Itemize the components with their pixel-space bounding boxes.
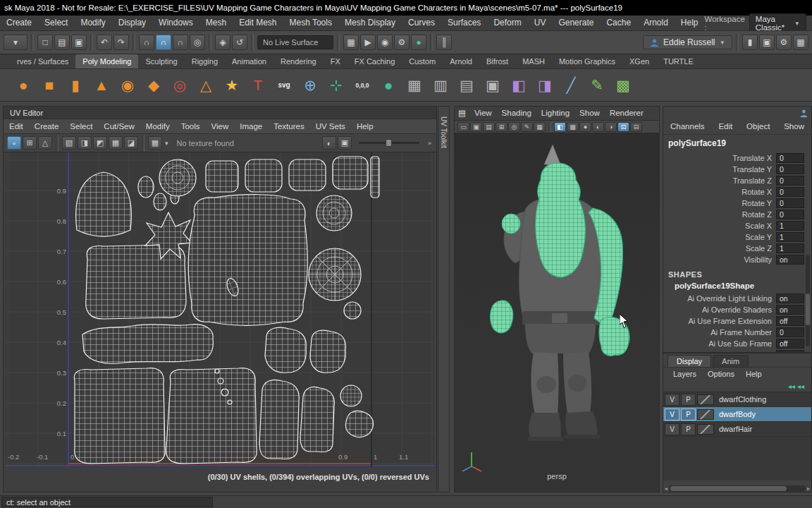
shelf-tab-turtle[interactable]: TURTLE bbox=[656, 54, 701, 68]
poly-torus-icon[interactable]: ◉ bbox=[116, 73, 140, 98]
texture-filter-dropdown[interactable]: ▦ bbox=[148, 136, 162, 150]
help-menu[interactable]: Help bbox=[742, 367, 766, 382]
uv-menu-tools[interactable]: Tools bbox=[176, 119, 206, 134]
cb-menu-show[interactable]: Show bbox=[784, 119, 804, 134]
move-layer-up-icon[interactable]: ◂◂ bbox=[788, 382, 795, 390]
snap-to-point-icon[interactable]: ∩ bbox=[173, 35, 188, 50]
poly-sphere-icon[interactable]: ● bbox=[11, 73, 35, 98]
shelf-tab-sculpting[interactable]: Sculpting bbox=[138, 54, 184, 68]
render-view-icon[interactable]: ▦ bbox=[343, 35, 359, 50]
poly-cube-icon[interactable]: ■ bbox=[37, 73, 61, 98]
layer-playback-toggle[interactable]: P bbox=[681, 409, 696, 421]
construction-history-icon[interactable]: ↺ bbox=[232, 35, 247, 50]
selection-mask-dropdown[interactable]: ▾ bbox=[4, 35, 27, 50]
poly-stack-icon[interactable]: ▤ bbox=[455, 73, 479, 98]
camera-select-icon[interactable]: ▭ bbox=[457, 122, 469, 132]
undo-icon[interactable]: ↶ bbox=[97, 35, 112, 50]
quad-draw-icon[interactable]: ✎ bbox=[585, 73, 609, 98]
toolbar-separator[interactable] bbox=[90, 34, 93, 51]
shelf-tab-mash[interactable]: MASH bbox=[515, 54, 552, 68]
cb-menu-channels[interactable]: Channels bbox=[670, 119, 705, 134]
layer-name[interactable]: dwarfBody bbox=[715, 410, 756, 418]
attr-value-field[interactable]: on bbox=[776, 255, 804, 265]
safe-action-icon[interactable]: ◐ bbox=[592, 122, 604, 132]
menu-help[interactable]: Help bbox=[675, 16, 705, 30]
menu-edit-mesh[interactable]: Edit Mesh bbox=[233, 16, 283, 30]
shelf-tab-rigging[interactable]: Rigging bbox=[185, 54, 225, 68]
pause-icon[interactable]: ║ bbox=[436, 35, 452, 50]
gate-mask-icon[interactable]: ● bbox=[579, 122, 591, 132]
film-gate-icon[interactable]: ◧ bbox=[554, 122, 566, 132]
viewport-3d-view[interactable]: persp bbox=[455, 133, 659, 492]
layer-color-swatch[interactable] bbox=[697, 394, 714, 405]
shelf-tab-poly-modeling[interactable]: Poly Modeling bbox=[75, 54, 138, 68]
super-shape-icon[interactable]: ★ bbox=[220, 73, 244, 98]
uv-grid-snap-icon[interactable]: ⊞ bbox=[23, 136, 37, 150]
scrollbar-handle[interactable] bbox=[806, 294, 810, 325]
attr-value-field[interactable]: off bbox=[776, 339, 804, 349]
shelf-tab-custom[interactable]: Custom bbox=[402, 54, 443, 68]
toolbar-separator[interactable] bbox=[736, 34, 739, 51]
uv-menu-view[interactable]: View bbox=[206, 119, 235, 134]
user-account-button[interactable]: Eddie Russell ▾ bbox=[643, 35, 732, 49]
ipr-render-icon[interactable]: ◉ bbox=[377, 35, 393, 50]
smooth-sphere-icon[interactable]: ● bbox=[376, 73, 400, 98]
tab-anim[interactable]: Anim bbox=[713, 355, 749, 367]
bookmark-icon[interactable]: ▤ bbox=[483, 122, 495, 132]
menu-uv[interactable]: UV bbox=[528, 16, 553, 30]
slider-handle[interactable] bbox=[386, 139, 392, 147]
uv-isolate-icon[interactable]: ◐ bbox=[322, 136, 336, 150]
uv-menu-help[interactable]: Help bbox=[351, 119, 379, 134]
attr-value-field[interactable]: off bbox=[776, 316, 804, 326]
launch-lookdev-icon[interactable]: ● bbox=[411, 35, 426, 50]
uv-menu-uv-sets[interactable]: UV Sets bbox=[310, 119, 351, 134]
toolbar-separator[interactable] bbox=[142, 135, 144, 152]
image-dim-slider[interactable] bbox=[359, 142, 419, 144]
scrollbar-handle[interactable] bbox=[670, 486, 787, 491]
attr-value-field[interactable]: 1 bbox=[776, 221, 804, 231]
open-scene-icon[interactable]: ▤ bbox=[54, 35, 70, 50]
attr-value-field[interactable]: 0 bbox=[776, 176, 804, 186]
shelf-tab-arnold[interactable]: Arnold bbox=[443, 54, 479, 68]
panel-more-icon[interactable]: » bbox=[426, 140, 433, 147]
toolbar-separator[interactable] bbox=[548, 122, 551, 132]
cb-menu-object[interactable]: Object bbox=[746, 119, 770, 134]
attr-value-field[interactable]: 0 bbox=[776, 187, 804, 197]
menu-windows[interactable]: Windows bbox=[152, 16, 199, 30]
platonic-solid-icon[interactable]: △ bbox=[194, 73, 218, 98]
smooth-mesh-icon[interactable]: ▩ bbox=[611, 73, 635, 98]
menu-curves[interactable]: Curves bbox=[402, 16, 441, 30]
vp-menu-shading[interactable]: Shading bbox=[497, 106, 536, 121]
type-tool-icon[interactable]: T bbox=[246, 73, 270, 98]
menu-arnold[interactable]: Arnold bbox=[637, 16, 675, 30]
uv-menu-select[interactable]: Select bbox=[64, 119, 98, 134]
poly-cone-icon[interactable]: ▲ bbox=[90, 73, 113, 98]
layer-name[interactable]: dwarfHair bbox=[715, 425, 752, 433]
menu-surfaces[interactable]: Surfaces bbox=[441, 16, 487, 30]
toolbar-separator[interactable] bbox=[133, 34, 135, 51]
resolution-gate-icon[interactable]: ▩ bbox=[567, 122, 579, 132]
attr-value-field[interactable]: 0 bbox=[776, 198, 804, 208]
shelf-tab-fx-caching[interactable]: FX Caching bbox=[347, 54, 402, 68]
shelf-tab-curves-surfaces[interactable]: rves / Surfaces bbox=[10, 54, 75, 68]
uv-border-display-icon[interactable]: ◨ bbox=[78, 136, 92, 150]
menu-mesh-tools[interactable]: Mesh Tools bbox=[283, 16, 338, 30]
shelf-tab-fx[interactable]: FX bbox=[324, 54, 347, 68]
boolean-icon[interactable]: ◧ bbox=[507, 73, 531, 98]
toolbar-separator[interactable] bbox=[430, 34, 433, 51]
uv-canvas[interactable]: 0.9 0.8 0.7 0.6 0.5 0.4 0.3 0.2 0.1 -0.2… bbox=[6, 152, 434, 467]
shelf-tab-xgen[interactable]: XGen bbox=[622, 54, 656, 68]
cb-menu-edit[interactable]: Edit bbox=[718, 119, 732, 134]
attribute-editor-toggle-icon[interactable]: ▣ bbox=[759, 35, 775, 50]
grease-pencil-icon[interactable]: ✎ bbox=[521, 122, 533, 132]
menu-mesh[interactable]: Mesh bbox=[199, 16, 233, 30]
layer-color-swatch[interactable] bbox=[697, 424, 714, 435]
grid-toggle-icon[interactable]: ▦ bbox=[534, 122, 546, 132]
poly-pipe-icon[interactable]: ▣ bbox=[481, 73, 505, 98]
layer-row-dwarfclothing[interactable]: V P dwarfClothing bbox=[663, 392, 811, 407]
snap-to-curve-icon[interactable]: ∩ bbox=[156, 35, 171, 50]
menu-generate[interactable]: Generate bbox=[552, 16, 600, 30]
attr-value-field[interactable]: on bbox=[776, 305, 804, 315]
layer-row-dwarfhair[interactable]: V P dwarfHair bbox=[663, 422, 811, 437]
layer-color-swatch[interactable] bbox=[697, 409, 714, 420]
